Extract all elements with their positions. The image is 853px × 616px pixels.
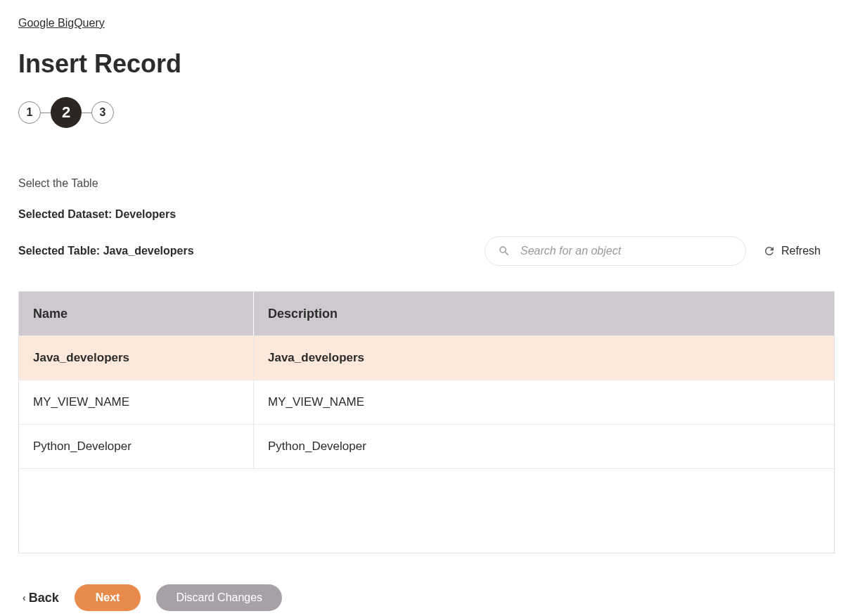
cell-name: MY_VIEW_NAME [19, 380, 254, 424]
section-label: Select the Table [18, 177, 835, 190]
breadcrumb-link[interactable]: Google BigQuery [18, 17, 105, 29]
back-label: Back [29, 591, 59, 605]
selected-table-label: Selected Table: Java_developers [18, 245, 194, 257]
refresh-label: Refresh [781, 245, 821, 257]
cell-description: Java_developers [254, 336, 834, 380]
step-3[interactable]: 3 [91, 101, 114, 124]
discard-button[interactable]: Discard Changes [156, 584, 282, 611]
step-1[interactable]: 1 [18, 101, 41, 124]
refresh-button[interactable]: Refresh [763, 245, 835, 257]
selected-dataset-label: Selected Dataset: Developers [18, 208, 835, 221]
next-button[interactable]: Next [75, 584, 141, 611]
cell-name: Java_developers [19, 336, 254, 380]
table-header: Name Description [19, 292, 834, 335]
step-connector [41, 113, 51, 113]
refresh-icon [763, 245, 776, 257]
page-title: Insert Record [18, 49, 835, 79]
column-header-name[interactable]: Name [19, 292, 254, 335]
table-row[interactable]: Java_developers Java_developers [19, 335, 834, 380]
search-box[interactable] [485, 236, 746, 266]
chevron-left-icon: ‹ [23, 592, 26, 603]
cell-description: MY_VIEW_NAME [254, 380, 834, 424]
search-icon [498, 245, 511, 257]
table-empty-area [19, 468, 834, 553]
step-connector [82, 113, 91, 113]
table: Name Description Java_developers Java_de… [18, 291, 835, 553]
column-header-description[interactable]: Description [254, 292, 834, 335]
table-row[interactable]: MY_VIEW_NAME MY_VIEW_NAME [19, 380, 834, 424]
step-2[interactable]: 2 [51, 97, 82, 128]
footer-actions: ‹ Back Next Discard Changes [18, 584, 835, 611]
stepper: 1 2 3 [18, 97, 835, 128]
cell-name: Python_Developer [19, 425, 254, 468]
table-row[interactable]: Python_Developer Python_Developer [19, 424, 834, 468]
back-button[interactable]: ‹ Back [23, 591, 59, 605]
search-input[interactable] [520, 245, 733, 257]
cell-description: Python_Developer [254, 425, 834, 468]
